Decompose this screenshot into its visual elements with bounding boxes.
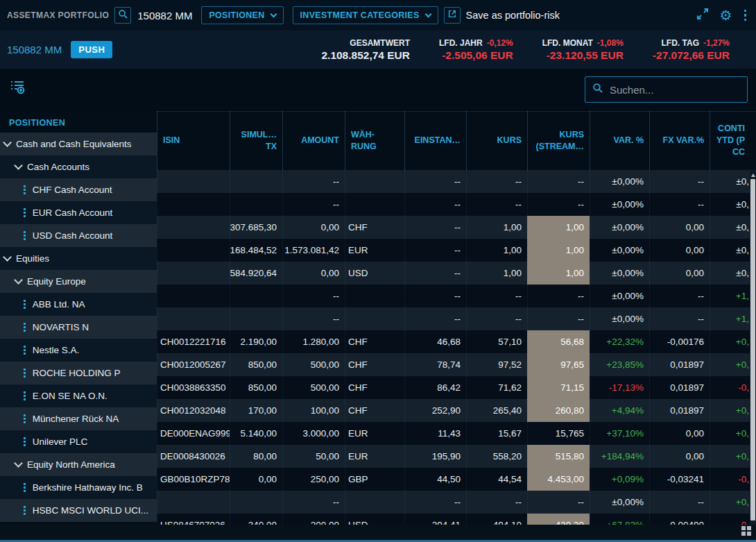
cell-kurs: 265,40: [466, 399, 527, 422]
cell-contrib: +0,: [710, 330, 756, 353]
tree-item[interactable]: E.ON SE NA O.N.: [0, 384, 157, 407]
tree-item[interactable]: HSBC MSCI WORLD UCI...: [0, 499, 157, 522]
cell-simul: [230, 285, 282, 307]
cell-einstand: --: [404, 285, 466, 307]
tree-item[interactable]: CHF Cash Account: [0, 178, 157, 201]
tree-item[interactable]: Equities: [0, 247, 157, 270]
investment-categories-dropdown[interactable]: INVESTMENT CATEGORIES: [293, 6, 438, 24]
vertical-scrollbar[interactable]: [750, 171, 756, 525]
table-row[interactable]: CH0012032048170,00100,00CHF252,90265,402…: [157, 399, 756, 422]
kebab-icon[interactable]: [24, 369, 26, 378]
table-row[interactable]: -584.920,640,00USD--1,001,00±0,00%0,00±0…: [157, 262, 756, 285]
table-row[interactable]: --------±0,00%--±0,: [157, 170, 756, 193]
table-row[interactable]: CH0038863350850,00500,00CHF86,4271,6271,…: [157, 376, 756, 399]
cell-simul: 80,00: [230, 445, 282, 468]
column-header-kurs[interactable]: KURS: [466, 111, 527, 170]
kebab-icon[interactable]: [24, 346, 26, 355]
external-link-button[interactable]: [444, 7, 461, 24]
column-header-einstand[interactable]: EINSTAN…: [404, 111, 466, 170]
tree-item[interactable]: Münchener Rück NA: [0, 407, 157, 430]
horizontal-scroll-strip[interactable]: [0, 525, 756, 540]
cell-kurs: --: [466, 285, 527, 307]
kebab-icon[interactable]: [24, 414, 26, 423]
search-button[interactable]: [114, 7, 131, 24]
summary-stat: GESAMTWERT2.108.852,74 EUR: [321, 38, 410, 62]
kebab-icon[interactable]: [24, 185, 26, 194]
column-header-simul[interactable]: SIMUL… TX: [230, 111, 282, 170]
column-header-ccy[interactable]: WÄH- RUNG: [345, 111, 404, 170]
chevron-down-icon[interactable]: [14, 276, 23, 285]
cell-kurs: 71,62: [466, 376, 527, 399]
cell-contrib: +0,: [710, 491, 756, 514]
chevron-down-icon[interactable]: [14, 161, 23, 170]
tree-item[interactable]: Nestle S.A.: [0, 339, 157, 362]
positions-dropdown[interactable]: POSITIONEN: [201, 6, 283, 24]
cell-ccy: EUR: [345, 422, 404, 445]
table-row[interactable]: DE000843002680,0050,00EUR195,90558,20515…: [157, 445, 756, 468]
column-header-var_pct[interactable]: VAR. %: [590, 111, 649, 170]
tree-item[interactable]: NOVARTIS N: [0, 316, 157, 339]
column-header-kurs_stream[interactable]: KURS (STREAM…: [527, 111, 590, 170]
kebab-icon[interactable]: [24, 483, 26, 492]
chevron-down-icon[interactable]: [3, 138, 12, 147]
column-header-amount[interactable]: AMOUNT: [282, 111, 345, 170]
kebab-icon[interactable]: [24, 323, 26, 332]
table-row[interactable]: --------±0,00%--+0,: [157, 491, 756, 514]
chevron-down-icon[interactable]: [14, 459, 23, 468]
kebab-icon[interactable]: [24, 391, 26, 400]
tree-item[interactable]: ABB Ltd. NA: [0, 293, 157, 316]
add-to-list-icon[interactable]: [9, 78, 26, 98]
table-row[interactable]: -168.484,521.573.081,42EUR--1,001,00±0,0…: [157, 239, 756, 262]
stat-percent: -0,12%: [487, 38, 513, 48]
expand-icon[interactable]: [696, 7, 710, 24]
table-row[interactable]: --------±0,00%--+1,: [157, 285, 756, 307]
cell-einstand: 252,90: [404, 399, 466, 422]
tree-item[interactable]: Cash Accounts: [0, 155, 157, 178]
stat-value: -27.072,66 EUR: [653, 49, 730, 62]
column-header-contrib[interactable]: CONTI YTD (P CC: [710, 111, 756, 170]
sidebar-header: POSITIONEN: [0, 111, 157, 128]
table-row[interactable]: --------±0,00%--+1,: [157, 307, 756, 330]
push-button[interactable]: PUSH: [71, 41, 112, 58]
column-header-fx_var_pct[interactable]: FX VAR.%: [649, 111, 710, 170]
tree-item[interactable]: Equity Europe: [0, 270, 157, 293]
main-area: POSITIONEN Cash and Cash EquivalentsCash…: [0, 111, 756, 542]
grid-handle-icon[interactable]: [741, 526, 752, 536]
table-row[interactable]: DE000ENAG9995.140,003.000,00EUR11,4315,6…: [157, 422, 756, 445]
cell-ccy: CHF: [345, 330, 404, 353]
cell-contrib: +0,: [710, 445, 756, 468]
kebab-icon[interactable]: [24, 437, 26, 446]
chevron-down-icon[interactable]: [3, 253, 12, 262]
table-row[interactable]: GB00B10RZP780,00250,00GBP44,5044,544.453…: [157, 468, 756, 491]
search-icon: [592, 83, 603, 96]
scroll-up-arrow-icon[interactable]: [751, 173, 755, 177]
table-row[interactable]: CH0012005267850,00500,00CHF78,7497,5297,…: [157, 353, 756, 376]
gear-icon[interactable]: ⚙: [720, 8, 732, 22]
kebab-icon[interactable]: [24, 506, 26, 515]
scrollbar-thumb[interactable]: [750, 179, 755, 520]
investment-categories-label: INVESTMENT CATEGORIES: [300, 10, 420, 20]
tree-item[interactable]: Cash and Cash Equivalents: [0, 133, 157, 155]
summary-stat: LFD. JAHR-0,12%-2.505,06 EUR: [439, 38, 513, 62]
cell-isin: CH0012221716: [157, 330, 230, 353]
tree-item[interactable]: USD Cash Account: [0, 224, 157, 247]
table-row[interactable]: --------±0,00%--±0,: [157, 193, 756, 216]
column-header-isin[interactable]: ISIN: [157, 111, 230, 170]
tree-item[interactable]: Unilever PLC: [0, 430, 157, 453]
cell-isin: [157, 216, 230, 239]
table-row[interactable]: CH00122217162.190,001.280,00CHF46,6857,1…: [157, 330, 756, 353]
kebab-icon[interactable]: [24, 231, 26, 240]
tree-item[interactable]: Berkshire Hathaway Inc. B: [0, 476, 157, 499]
positions-sidebar: POSITIONEN Cash and Cash EquivalentsCash…: [0, 111, 157, 542]
cell-fx_var_pct: --: [649, 491, 710, 514]
kebab-icon[interactable]: [24, 208, 26, 217]
search-input[interactable]: [610, 84, 734, 96]
tree-item[interactable]: ROCHE HOLDING P: [0, 362, 157, 384]
tree-item[interactable]: Equity North America: [0, 453, 157, 476]
table-row[interactable]: -307.685,300,00CHF--1,001,00±0,00%0,00±0…: [157, 216, 756, 239]
cell-kurs_stream: 56,68: [527, 330, 590, 353]
kebab-icon[interactable]: [24, 300, 26, 309]
kebab-menu-icon[interactable]: [743, 8, 748, 23]
cell-kurs_stream: --: [527, 170, 590, 193]
tree-item[interactable]: EUR Cash Account: [0, 201, 157, 224]
